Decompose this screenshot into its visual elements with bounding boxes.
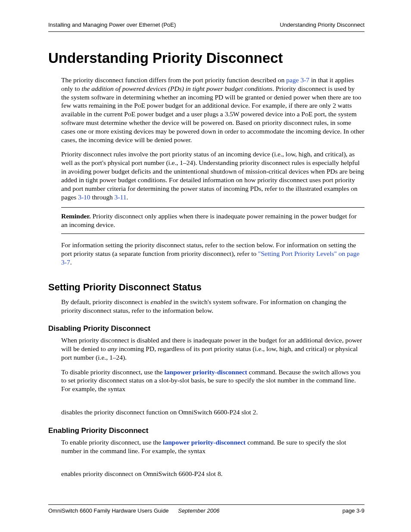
paragraph-4: By default, priority disconnect is enabl…	[61, 298, 364, 315]
body-block-4: When priority disconnect is disabled and…	[61, 336, 364, 417]
heading-enabling-priority-disconnect: Enabling Priority Disconnect	[48, 426, 364, 436]
link-lanpower-priority-disconnect-1[interactable]: lanpower priority-disconnect	[165, 368, 247, 376]
text: By default, priority disconnect is	[61, 298, 151, 305]
footer-page-number: page 3-9	[342, 507, 364, 515]
body-block-1: The priority disconnect function differs…	[61, 76, 364, 202]
paragraph-9: enables priority disconnect on OmniSwitc…	[61, 470, 364, 478]
body-block-2: For information setting the priority dis…	[61, 241, 364, 266]
paragraph-7: disables the priority disconnect functio…	[61, 408, 364, 417]
text: . Priority disconnect is used by the sys…	[61, 85, 364, 143]
heading-setting-priority-disconnect-status: Setting Priority Disconnect Status	[48, 281, 364, 293]
link-page-3-11[interactable]: 3-11	[115, 193, 127, 201]
link-page-3-7[interactable]: page 3-7	[286, 76, 309, 84]
callout-label: Reminder.	[61, 212, 91, 220]
paragraph-3: For information setting the priority dis…	[61, 241, 364, 266]
running-footer: OmniSwitch 6600 Family Hardware Users Gu…	[48, 504, 364, 515]
header-left: Installing and Managing Power over Ether…	[48, 22, 176, 29]
reminder-callout: Reminder. Priority disconnect only appli…	[61, 207, 364, 234]
emphasis: enabled	[151, 298, 172, 305]
paragraph-2: Priority disconnect rules involve the po…	[61, 150, 364, 201]
link-page-3-10[interactable]: 3-10	[78, 193, 90, 201]
text: .	[126, 193, 128, 201]
paragraph-5: When priority disconnect is disabled and…	[61, 336, 364, 361]
body-block-3: By default, priority disconnect is enabl…	[61, 298, 364, 315]
footer-date: September 2006	[178, 507, 219, 514]
text: To enable priority disconnect, use the	[61, 439, 163, 446]
header-right: Understanding Priority Disconnect	[280, 22, 364, 29]
page-title: Understanding Priority Disconnect	[48, 49, 364, 67]
paragraph-6: To disable priority disconnect, use the …	[61, 368, 364, 393]
text: through	[90, 193, 115, 201]
callout-text: Priority disconnect only applies when th…	[61, 212, 357, 228]
footer-guide-title: OmniSwitch 6600 Family Hardware Users Gu…	[48, 507, 169, 514]
text: .	[70, 258, 72, 266]
paragraph-1: The priority disconnect function differs…	[61, 76, 364, 144]
link-lanpower-priority-disconnect-2[interactable]: lanpower priority-disconnect	[163, 439, 246, 446]
paragraph-8: To enable priority disconnect, use the l…	[61, 438, 364, 455]
heading-disabling-priority-disconnect: Disabling Priority Disconnect	[48, 324, 364, 333]
emphasis: the addition of powered devices (PDs) in…	[81, 85, 272, 92]
text: To disable priority disconnect, use the	[61, 368, 165, 376]
text: The priority disconnect function differs…	[61, 76, 286, 84]
footer-left: OmniSwitch 6600 Family Hardware Users Gu…	[48, 507, 219, 515]
emphasis: any	[108, 345, 117, 352]
running-header: Installing and Managing Power over Ether…	[48, 22, 364, 32]
document-page: Installing and Managing Power over Ether…	[0, 0, 411, 532]
body-block-5: To enable priority disconnect, use the l…	[61, 438, 364, 478]
